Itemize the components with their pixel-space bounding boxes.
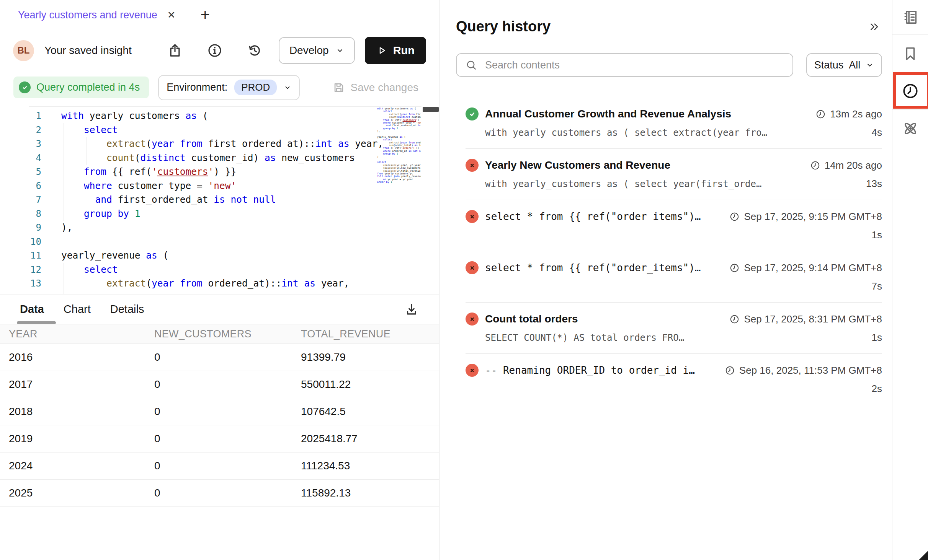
close-icon[interactable]: ✕ [167,10,176,20]
history-item-duration: 2s [872,383,882,395]
bookmark-icon [902,45,919,62]
history-item[interactable]: Yearly New Customers and Revenue14m 20s … [466,149,882,200]
resize-corner [919,551,928,560]
code-line[interactable]: select [61,123,383,137]
download-button[interactable] [403,301,420,318]
history-list: Annual Customer Growth and Revenue Analy… [456,98,882,405]
history-item-duration: 1s [872,332,882,343]
line-number: 7 [0,193,41,207]
line-number: 12 [0,263,41,277]
sql-editor[interactable]: 12345678910111213 with yearly_customers … [0,104,439,294]
status-filter-label: Status [814,59,844,71]
search-input[interactable] [484,59,784,72]
history-item[interactable]: -- Renaming ORDER_ID to order_id i…Sep 1… [466,354,882,405]
save-changes-button[interactable]: Save changes [332,81,418,94]
environment-selector[interactable]: Environment: PROD [158,75,300,100]
develop-label: Develop [289,44,329,57]
status-filter-dropdown[interactable]: Status All [806,53,882,77]
code-line[interactable] [61,235,383,249]
line-number: 10 [0,235,41,249]
history-item-time: Sep 17, 2025, 9:14 PM GMT+8 [729,262,882,274]
column-header[interactable]: NEW_CUSTOMERS [154,328,301,340]
history-item-time: 14m 20s ago [810,160,882,171]
code-line[interactable]: and first_ordered_at is not null [61,193,383,207]
table-cell: 2017 [9,378,154,391]
code-line[interactable]: count(distinct customer_id) as new_custo… [61,151,383,165]
minimap[interactable]: with yearly_customers as ( select extrac… [377,107,421,196]
code-line[interactable]: extract(year from ordered_at)::int as ye… [61,277,383,291]
error-icon [466,261,479,274]
column-header[interactable]: TOTAL_REVENUE [301,328,439,340]
catalog-button[interactable] [892,0,928,35]
table-cell: 0 [154,460,301,472]
editor-gutter: 12345678910111213 [0,109,41,291]
check-circle-icon [19,81,31,93]
code-line[interactable]: select [61,263,383,277]
new-tab-button[interactable]: + [189,0,210,30]
run-button[interactable]: Run [365,37,426,64]
history-item[interactable]: select * from {{ ref("order_items")…Sep … [466,200,882,251]
editor-pane: Yearly customers and revenue ✕ + BL Your… [0,0,439,560]
insight-subtitle: Your saved insight [44,44,132,57]
table-cell: 2018 [9,405,154,418]
line-number: 3 [0,137,41,151]
code-line[interactable]: group by 1 [61,207,383,221]
history-item-title: -- Renaming ORDER_ID to order_id i… [485,365,725,376]
history-item[interactable]: Annual Customer Growth and Revenue Analy… [466,98,882,149]
history-item-snippet: SELECT COUNT(*) AS total_orders FRO… [485,332,864,343]
table-row: 201902025418.77 [0,425,439,453]
share-icon [167,43,183,58]
tab-data[interactable]: Data [20,303,44,316]
double-chevron-right-icon [868,21,881,33]
editor-code[interactable]: with yearly_customers as ( select extrac… [61,109,383,291]
table-cell: 2024 [9,460,154,472]
tab-chart[interactable]: Chart [64,303,91,316]
code-line[interactable]: extract(year from first_ordered_at)::int… [61,137,383,151]
history-item[interactable]: select * from {{ ref("order_items")…Sep … [466,251,882,303]
line-number: 13 [0,277,41,291]
code-line[interactable]: with yearly_customers as ( [61,109,383,123]
collapse-panel-button[interactable] [867,19,882,34]
error-icon [466,159,479,172]
editor-scrollbar-thumb[interactable] [423,107,439,112]
version-history-button[interactable] [246,42,263,59]
column-header[interactable]: YEAR [9,328,154,340]
compass-star-icon [902,120,919,137]
code-line[interactable]: ), [61,221,383,235]
explore-button[interactable] [892,110,928,147]
code-line[interactable]: where customer_type = 'new' [61,179,383,193]
line-number: 1 [0,109,41,123]
editor-top-scrollbar[interactable] [29,106,422,107]
download-icon [404,302,419,317]
search-box[interactable] [456,53,793,77]
table-cell: 2025418.77 [301,433,439,445]
develop-dropdown[interactable]: Develop [279,37,355,64]
line-number: 5 [0,165,41,179]
history-item-time: Sep 17, 2025, 8:31 PM GMT+8 [729,313,882,325]
tab-yearly-customers-and-revenue[interactable]: Yearly customers and revenue ✕ [0,0,189,30]
share-button[interactable] [166,42,184,59]
info-button[interactable] [206,42,224,59]
line-number: 2 [0,123,41,137]
history-item-snippet: with yearly_customers as ( select extrac… [485,127,864,138]
chevron-down-icon [866,61,874,69]
table-cell: 0 [154,351,301,363]
query-history-button[interactable] [892,72,928,110]
table-body: 2016091399.7920170550011.2220180107642.5… [0,344,439,507]
error-icon [466,313,479,326]
history-item[interactable]: Count total ordersSep 17, 2025, 8:31 PM … [466,303,882,354]
environment-value: PROD [234,80,277,95]
history-item-time: 13m 2s ago [815,108,882,120]
code-line[interactable]: from {{ ref('customers') }} [61,165,383,179]
history-item-title: Annual Customer Growth and Revenue Analy… [485,108,815,120]
results-tab-bar: Data Chart Details [0,294,439,324]
save-changes-label: Save changes [351,81,418,94]
history-item-title: select * from {{ ref("order_items")… [485,211,729,222]
history-item-time: Sep 16, 2025, 11:53 PM GMT+8 [725,365,882,376]
avatar: BL [13,40,34,61]
tab-details[interactable]: Details [110,303,144,316]
code-line[interactable]: yearly_revenue as ( [61,249,383,263]
table-cell: 550011.22 [301,378,439,391]
query-status-text: Query completed in 4s [36,81,140,93]
bookmarks-button[interactable] [892,35,928,72]
